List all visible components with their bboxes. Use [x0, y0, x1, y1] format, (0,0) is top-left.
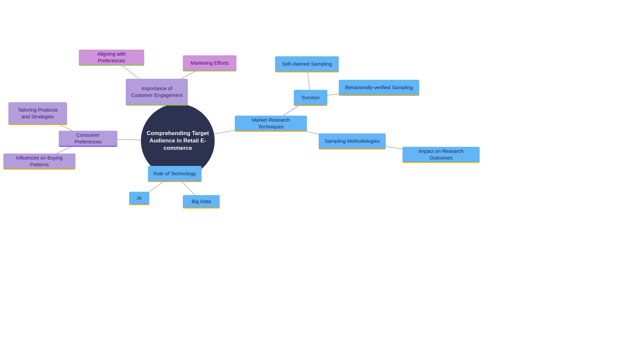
sampling-methodologies-node[interactable]: Sampling Methodologies [319, 133, 386, 149]
marketing-efforts-node[interactable]: Marketing Efforts [183, 55, 236, 71]
ai-node[interactable]: AI [129, 192, 149, 205]
aligning-preferences-node[interactable]: Aligning with Preferences [79, 50, 144, 66]
tailoring-products-node[interactable]: Tailoring Products and Strategies [8, 102, 67, 125]
consumer-preferences-node[interactable]: Consumer Preferences [59, 131, 117, 147]
surveys-node[interactable]: Surveys [294, 90, 327, 106]
market-research-techniques-node[interactable]: Market Research Techniques [235, 116, 307, 132]
influences-buying-patterns-node[interactable]: Influences on Buying Patterns [3, 154, 75, 170]
role-of-technology-node[interactable]: Role of Technology [148, 166, 202, 182]
big-data-node[interactable]: Big Data [183, 195, 220, 208]
impact-research-outcomes-node[interactable]: Impact on Research Outcomes [402, 147, 480, 163]
importance-customer-engagement-node[interactable]: Importance of Customer Engagement [126, 79, 188, 106]
behaviorally-verified-sampling-node[interactable]: Behaviorally-verified Sampling [339, 80, 419, 96]
self-claimed-sampling-node[interactable]: Self-claimed Sampling [275, 56, 339, 72]
